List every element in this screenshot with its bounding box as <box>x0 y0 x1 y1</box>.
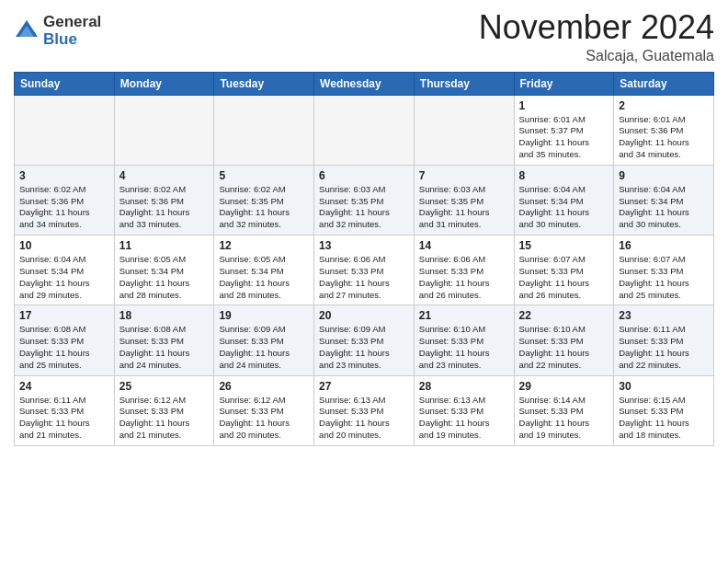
day-number: 24 <box>19 380 109 393</box>
calendar-cell <box>214 95 314 165</box>
calendar-cell: 3Sunrise: 6:02 AM Sunset: 5:36 PM Daylig… <box>15 165 115 235</box>
day-header-friday: Friday <box>514 72 614 95</box>
day-number: 26 <box>219 380 309 393</box>
calendar-cell: 24Sunrise: 6:11 AM Sunset: 5:33 PM Dayli… <box>15 375 115 445</box>
day-number: 18 <box>119 309 210 322</box>
day-number: 5 <box>219 169 309 182</box>
calendar-cell: 6Sunrise: 6:03 AM Sunset: 5:35 PM Daylig… <box>314 165 415 235</box>
calendar-week-2: 3Sunrise: 6:02 AM Sunset: 5:36 PM Daylig… <box>15 165 714 235</box>
day-number: 16 <box>619 239 709 252</box>
header: General Blue November 2024 Salcaja, Guat… <box>14 9 714 64</box>
day-info: Sunrise: 6:04 AM Sunset: 5:34 PM Dayligh… <box>519 184 609 231</box>
logo-blue: Blue <box>43 31 101 49</box>
day-number: 12 <box>219 239 309 252</box>
day-info: Sunrise: 6:10 AM Sunset: 5:33 PM Dayligh… <box>519 324 609 371</box>
day-info: Sunrise: 6:02 AM Sunset: 5:36 PM Dayligh… <box>19 184 109 231</box>
day-info: Sunrise: 6:06 AM Sunset: 5:33 PM Dayligh… <box>319 254 409 301</box>
day-number: 7 <box>419 169 509 182</box>
day-number: 15 <box>519 239 609 252</box>
calendar-cell <box>414 95 514 165</box>
day-number: 13 <box>319 239 409 252</box>
day-number: 1 <box>519 99 609 112</box>
calendar-cell: 4Sunrise: 6:02 AM Sunset: 5:36 PM Daylig… <box>114 165 214 235</box>
calendar-cell: 5Sunrise: 6:02 AM Sunset: 5:35 PM Daylig… <box>214 165 314 235</box>
calendar-cell: 30Sunrise: 6:15 AM Sunset: 5:33 PM Dayli… <box>614 375 714 445</box>
calendar-cell: 8Sunrise: 6:04 AM Sunset: 5:34 PM Daylig… <box>514 165 614 235</box>
day-info: Sunrise: 6:09 AM Sunset: 5:33 PM Dayligh… <box>319 324 409 371</box>
calendar-week-5: 24Sunrise: 6:11 AM Sunset: 5:33 PM Dayli… <box>15 375 714 445</box>
day-number: 30 <box>619 380 709 393</box>
month-title: November 2024 <box>479 9 714 46</box>
calendar-cell: 25Sunrise: 6:12 AM Sunset: 5:33 PM Dayli… <box>114 375 214 445</box>
day-header-tuesday: Tuesday <box>214 72 314 95</box>
calendar-week-3: 10Sunrise: 6:04 AM Sunset: 5:34 PM Dayli… <box>15 236 714 305</box>
calendar-cell: 19Sunrise: 6:09 AM Sunset: 5:33 PM Dayli… <box>214 305 314 375</box>
calendar-week-4: 17Sunrise: 6:08 AM Sunset: 5:33 PM Dayli… <box>15 305 714 375</box>
logo-general: General <box>43 14 101 31</box>
day-info: Sunrise: 6:05 AM Sunset: 5:34 PM Dayligh… <box>219 254 309 301</box>
day-number: 20 <box>319 309 409 322</box>
day-info: Sunrise: 6:06 AM Sunset: 5:33 PM Dayligh… <box>419 254 509 301</box>
day-number: 6 <box>319 169 409 182</box>
day-number: 28 <box>419 380 509 393</box>
day-header-saturday: Saturday <box>614 72 714 95</box>
calendar-cell: 15Sunrise: 6:07 AM Sunset: 5:33 PM Dayli… <box>514 236 614 305</box>
day-info: Sunrise: 6:10 AM Sunset: 5:33 PM Dayligh… <box>419 324 509 371</box>
calendar-cell: 16Sunrise: 6:07 AM Sunset: 5:33 PM Dayli… <box>614 236 714 305</box>
day-number: 21 <box>419 309 509 322</box>
calendar-cell: 28Sunrise: 6:13 AM Sunset: 5:33 PM Dayli… <box>414 375 514 445</box>
day-number: 29 <box>519 380 609 393</box>
day-number: 4 <box>119 169 210 182</box>
day-number: 25 <box>119 380 210 393</box>
day-info: Sunrise: 6:12 AM Sunset: 5:33 PM Dayligh… <box>219 395 309 442</box>
calendar-cell: 7Sunrise: 6:03 AM Sunset: 5:35 PM Daylig… <box>414 165 514 235</box>
location: Salcaja, Guatemala <box>479 48 714 64</box>
calendar-cell: 14Sunrise: 6:06 AM Sunset: 5:33 PM Dayli… <box>414 236 514 305</box>
day-number: 27 <box>319 380 409 393</box>
calendar-cell: 23Sunrise: 6:11 AM Sunset: 5:33 PM Dayli… <box>614 305 714 375</box>
calendar-cell: 21Sunrise: 6:10 AM Sunset: 5:33 PM Dayli… <box>414 305 514 375</box>
day-info: Sunrise: 6:09 AM Sunset: 5:33 PM Dayligh… <box>219 324 309 371</box>
calendar-cell: 13Sunrise: 6:06 AM Sunset: 5:33 PM Dayli… <box>314 236 415 305</box>
calendar-cell: 22Sunrise: 6:10 AM Sunset: 5:33 PM Dayli… <box>514 305 614 375</box>
calendar-cell: 1Sunrise: 6:01 AM Sunset: 5:37 PM Daylig… <box>514 95 614 165</box>
day-number: 22 <box>519 309 609 322</box>
day-info: Sunrise: 6:03 AM Sunset: 5:35 PM Dayligh… <box>319 184 409 231</box>
logo: General Blue <box>14 14 101 48</box>
calendar-cell <box>314 95 415 165</box>
day-number: 3 <box>19 169 109 182</box>
logo-text: General Blue <box>43 14 101 48</box>
day-info: Sunrise: 6:11 AM Sunset: 5:33 PM Dayligh… <box>19 395 109 442</box>
day-info: Sunrise: 6:02 AM Sunset: 5:35 PM Dayligh… <box>219 184 309 231</box>
calendar-cell: 26Sunrise: 6:12 AM Sunset: 5:33 PM Dayli… <box>214 375 314 445</box>
day-info: Sunrise: 6:08 AM Sunset: 5:33 PM Dayligh… <box>19 324 109 371</box>
calendar-cell: 27Sunrise: 6:13 AM Sunset: 5:33 PM Dayli… <box>314 375 415 445</box>
title-block: November 2024 Salcaja, Guatemala <box>479 9 714 64</box>
calendar-cell: 12Sunrise: 6:05 AM Sunset: 5:34 PM Dayli… <box>214 236 314 305</box>
calendar-cell: 29Sunrise: 6:14 AM Sunset: 5:33 PM Dayli… <box>514 375 614 445</box>
day-info: Sunrise: 6:03 AM Sunset: 5:35 PM Dayligh… <box>419 184 509 231</box>
day-number: 23 <box>619 309 709 322</box>
day-info: Sunrise: 6:01 AM Sunset: 5:37 PM Dayligh… <box>519 114 609 161</box>
calendar-cell: 18Sunrise: 6:08 AM Sunset: 5:33 PM Dayli… <box>114 305 214 375</box>
calendar-cell: 2Sunrise: 6:01 AM Sunset: 5:36 PM Daylig… <box>614 95 714 165</box>
day-info: Sunrise: 6:13 AM Sunset: 5:33 PM Dayligh… <box>419 395 509 442</box>
day-number: 14 <box>419 239 509 252</box>
calendar-cell: 11Sunrise: 6:05 AM Sunset: 5:34 PM Dayli… <box>114 236 214 305</box>
day-number: 17 <box>19 309 109 322</box>
day-info: Sunrise: 6:01 AM Sunset: 5:36 PM Dayligh… <box>619 114 709 161</box>
day-info: Sunrise: 6:12 AM Sunset: 5:33 PM Dayligh… <box>119 395 210 442</box>
day-info: Sunrise: 6:15 AM Sunset: 5:33 PM Dayligh… <box>619 395 709 442</box>
logo-icon <box>14 18 40 44</box>
calendar-header-row: SundayMondayTuesdayWednesdayThursdayFrid… <box>15 72 714 95</box>
day-number: 11 <box>119 239 210 252</box>
calendar-cell: 17Sunrise: 6:08 AM Sunset: 5:33 PM Dayli… <box>15 305 115 375</box>
day-header-thursday: Thursday <box>414 72 514 95</box>
calendar-cell: 10Sunrise: 6:04 AM Sunset: 5:34 PM Dayli… <box>15 236 115 305</box>
day-info: Sunrise: 6:13 AM Sunset: 5:33 PM Dayligh… <box>319 395 409 442</box>
calendar-cell <box>15 95 115 165</box>
day-header-sunday: Sunday <box>15 72 115 95</box>
day-info: Sunrise: 6:05 AM Sunset: 5:34 PM Dayligh… <box>119 254 210 301</box>
day-header-monday: Monday <box>114 72 214 95</box>
calendar-cell: 9Sunrise: 6:04 AM Sunset: 5:34 PM Daylig… <box>614 165 714 235</box>
